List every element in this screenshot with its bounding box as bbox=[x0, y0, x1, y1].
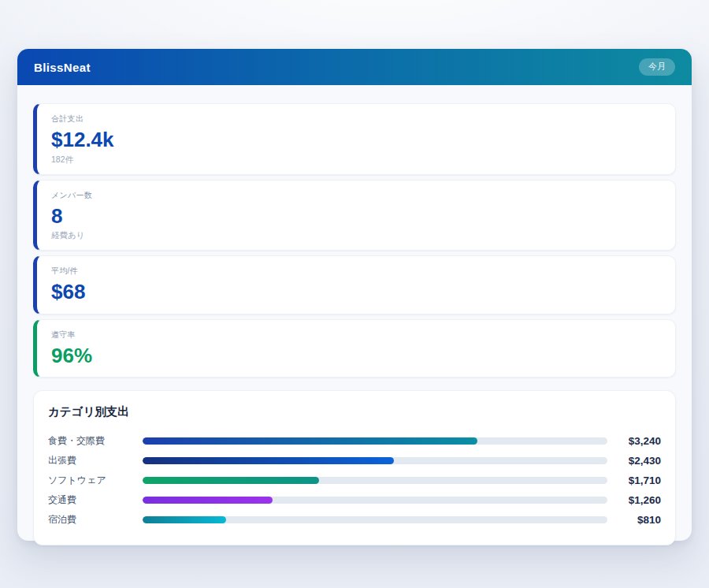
app-title: BlissNeat bbox=[34, 61, 91, 74]
app-header: BlissNeat 今月 bbox=[17, 49, 692, 85]
category-row: 食費・交際費 $3,240 bbox=[48, 431, 661, 451]
stat-label: 合計支出 bbox=[51, 114, 661, 125]
category-bar-fill bbox=[143, 437, 477, 445]
period-badge[interactable]: 今月 bbox=[639, 58, 675, 75]
category-bar-track bbox=[143, 497, 607, 504]
stat-card-compliance-rate: 遵守率 96% bbox=[33, 319, 676, 378]
category-label: 交通費 bbox=[48, 493, 143, 507]
dashboard-panel: BlissNeat 今月 合計支出 $12.4k 182件 メンバー数 8 経費… bbox=[17, 49, 692, 541]
category-amount: $1,260 bbox=[607, 494, 661, 506]
category-row: 出張費 $2,430 bbox=[48, 451, 661, 471]
stat-value: 96% bbox=[51, 343, 661, 369]
category-bar-fill bbox=[143, 457, 394, 464]
category-row: ソフトウェア $1,710 bbox=[48, 471, 661, 490]
stat-subtext: 182件 bbox=[51, 154, 661, 166]
stat-value: 8 bbox=[51, 203, 661, 229]
category-row: 宿泊費 $810 bbox=[48, 510, 661, 530]
category-label: 宿泊費 bbox=[48, 513, 143, 527]
stat-card-member-count: メンバー数 8 経費あり bbox=[33, 180, 676, 251]
stat-card-average-per-item: 平均/件 $68 bbox=[33, 255, 676, 314]
category-bar-track bbox=[143, 477, 607, 484]
category-label: 食費・交際費 bbox=[48, 434, 143, 448]
stat-value: $68 bbox=[51, 279, 661, 305]
stat-card-total-spend: 合計支出 $12.4k 182件 bbox=[33, 103, 676, 175]
category-label: ソフトウェア bbox=[48, 474, 143, 487]
category-section-title: カテゴリ別支出 bbox=[48, 404, 661, 419]
category-bar-fill bbox=[143, 497, 273, 504]
stat-label: 平均/件 bbox=[51, 266, 661, 277]
category-amount: $3,240 bbox=[607, 435, 661, 447]
category-bar-fill bbox=[143, 516, 226, 523]
category-breakdown-card: カテゴリ別支出 食費・交際費 $3,240 出張費 $2,430 ソフトウェア … bbox=[33, 390, 676, 545]
category-amount: $1,710 bbox=[607, 474, 661, 486]
category-amount: $2,430 bbox=[607, 455, 661, 467]
category-bar-track bbox=[143, 516, 607, 523]
category-row: 交通費 $1,260 bbox=[48, 490, 661, 510]
stat-subtext: 経費あり bbox=[51, 230, 661, 241]
dashboard-body: 合計支出 $12.4k 182件 メンバー数 8 経費あり 平均/件 $68 遵… bbox=[17, 85, 692, 545]
category-amount: $810 bbox=[607, 514, 661, 526]
stat-label: 遵守率 bbox=[51, 329, 661, 341]
stat-value: $12.4k bbox=[51, 127, 661, 153]
category-label: 出張費 bbox=[48, 454, 143, 467]
stat-label: メンバー数 bbox=[51, 190, 661, 201]
category-bar-track bbox=[143, 437, 607, 445]
category-bar-track bbox=[143, 457, 607, 464]
category-bar-fill bbox=[143, 477, 319, 484]
